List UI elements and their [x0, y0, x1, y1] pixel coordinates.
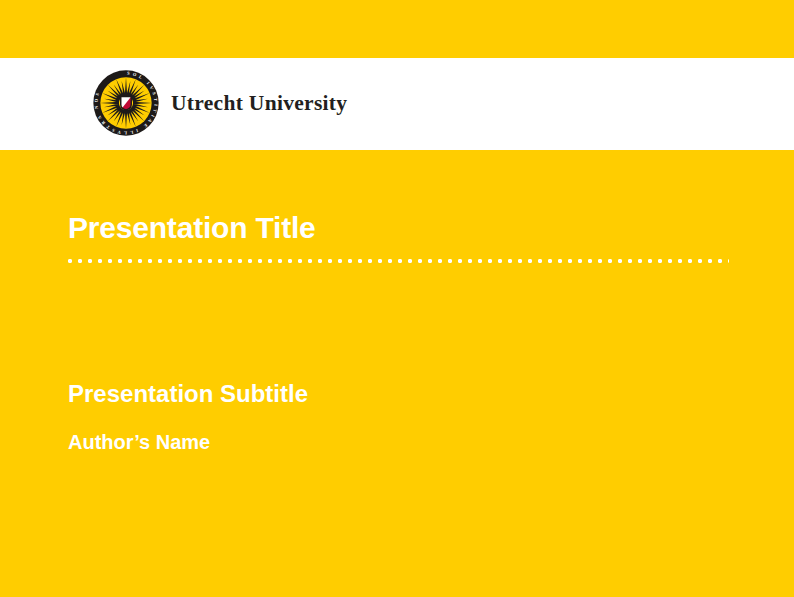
- university-seal-icon: SOL IVSTITIAE ILLVSTRA NOS: [92, 69, 160, 137]
- dotted-divider: [68, 258, 729, 264]
- title-slide: SOL IVSTITIAE ILLVSTRA NOS Utrecht Unive…: [0, 0, 794, 597]
- top-accent-band: [0, 0, 794, 58]
- university-wordmark: Utrecht University: [171, 91, 347, 116]
- main-band: Presentation Title Presentation Subtitle…: [0, 150, 794, 597]
- header-band: SOL IVSTITIAE ILLVSTRA NOS Utrecht Unive…: [0, 58, 794, 150]
- author-name: Author’s Name: [68, 430, 210, 454]
- presentation-title: Presentation Title: [68, 211, 316, 245]
- presentation-subtitle: Presentation Subtitle: [68, 380, 308, 408]
- university-logo: SOL IVSTITIAE ILLVSTRA NOS Utrecht Unive…: [92, 69, 347, 137]
